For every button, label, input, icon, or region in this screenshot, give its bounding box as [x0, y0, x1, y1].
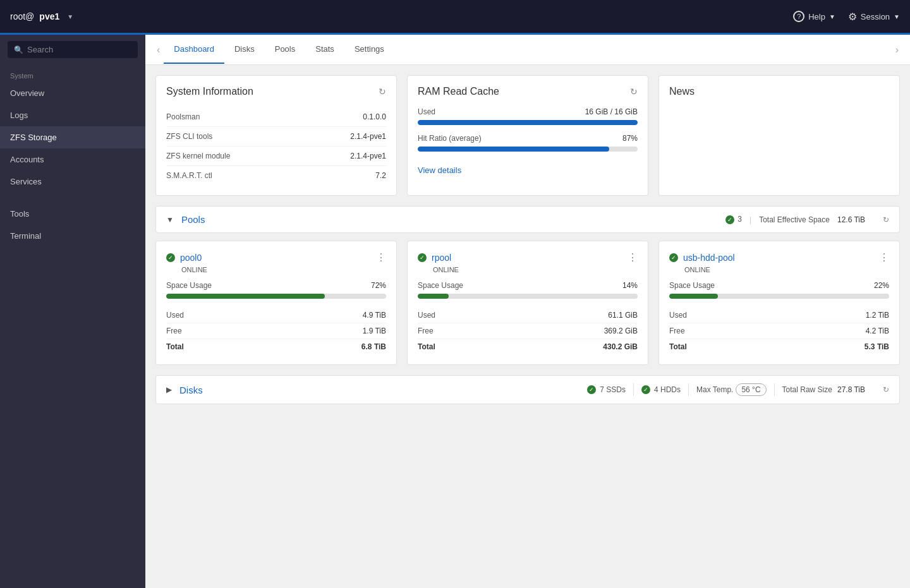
- pool0-stats: Used 4.9 TiB Free 1.9 TiB Total 6.8 TiB: [166, 308, 386, 354]
- rpool-total-row: Total 430.2 GiB: [418, 339, 638, 354]
- info-row-zfs-kernel: ZFS kernel module 2.1.4-pve1: [166, 147, 386, 166]
- tab-stats[interactable]: Stats: [305, 35, 344, 64]
- disks-divider3: [774, 383, 775, 396]
- search-icon: 🔍: [14, 45, 23, 54]
- pools-divider: |: [749, 215, 751, 224]
- help-icon: ?: [793, 11, 804, 22]
- system-info-refresh-icon[interactable]: ↻: [379, 87, 386, 97]
- sidebar-item-zfs-storage[interactable]: ZFS Storage: [0, 126, 145, 148]
- tab-pools[interactable]: Pools: [265, 35, 306, 64]
- search-container: 🔍: [0, 35, 145, 64]
- info-row-zfs-cli: ZFS CLI tools 2.1.4-pve1: [166, 127, 386, 147]
- rpool-stats: Used 61.1 GiB Free 369.2 GiB Total 430.2…: [418, 308, 638, 354]
- system-info-card: System Information ↻ Poolsman 0.1.0.0 ZF…: [155, 75, 397, 196]
- help-dropdown-icon: ▼: [829, 13, 835, 20]
- disks-meta: ✓ 7 SSDs ✓ 4 HDDs Max Temp. 56 °C: [587, 383, 889, 396]
- pool0-header: ✓ pool0 ⋮: [166, 251, 386, 263]
- ram-hit-ratio-progress-bar: [418, 147, 638, 152]
- sidebar-item-tools[interactable]: Tools: [0, 203, 145, 225]
- help-label: Help: [808, 12, 825, 21]
- pool0-name[interactable]: pool0: [180, 253, 376, 263]
- rpool-menu-icon[interactable]: ⋮: [628, 251, 638, 263]
- sidebar-item-logs[interactable]: Logs: [0, 104, 145, 126]
- usb-hdd-usage-row: Space Usage 22%: [669, 281, 889, 290]
- tab-disks[interactable]: Disks: [224, 35, 265, 64]
- session-button[interactable]: ⚙ Session ▼: [848, 11, 900, 23]
- cards-row: System Information ↻ Poolsman 0.1.0.0 ZF…: [155, 75, 900, 196]
- pool0-menu-icon[interactable]: ⋮: [376, 251, 386, 263]
- pools-grid: ✓ pool0 ⋮ ONLINE Space Usage 72% Use: [155, 241, 900, 365]
- sidebar-item-label: ZFS Storage: [10, 133, 57, 142]
- disks-total-raw: Total Raw Size 27.8 TiB: [782, 385, 865, 394]
- news-card: News: [658, 75, 900, 196]
- rpool-free-row: Free 369.2 GiB: [418, 323, 638, 339]
- pools-section-header: ▼ Pools ✓ 3 | Total Effective Space 12.6…: [155, 206, 900, 233]
- hdds-check-icon: ✓: [641, 385, 650, 394]
- disks-section-header: ▶ Disks ✓ 7 SSDs ✓ 4 HDDs Max Temp.: [155, 375, 900, 404]
- sidebar-item-services[interactable]: Services: [0, 171, 145, 193]
- ram-hit-ratio-row: Hit Ratio (average) 87%: [418, 134, 638, 143]
- pool0-usage-row: Space Usage 72%: [166, 281, 386, 290]
- system-info-table: Poolsman 0.1.0.0 ZFS CLI tools 2.1.4-pve…: [166, 107, 386, 185]
- sidebar-item-overview[interactable]: Overview: [0, 82, 145, 104]
- pools-total-value: 12.6 TiB: [837, 215, 865, 224]
- pools-check-icon: ✓: [725, 215, 734, 224]
- rpool-name[interactable]: rpool: [432, 253, 628, 263]
- pools-count: ✓ 3: [725, 215, 742, 224]
- disks-collapse-icon[interactable]: ▶: [166, 385, 172, 394]
- usb-hdd-progress-bar: [669, 294, 889, 299]
- disks-divider1: [633, 383, 634, 396]
- usb-hdd-free-row: Free 4.2 TiB: [669, 323, 889, 339]
- pool-card-pool0: ✓ pool0 ⋮ ONLINE Space Usage 72% Use: [155, 241, 397, 365]
- ram-cache-card: RAM Read Cache ↻ Used 16 GiB / 16 GiB Hi…: [407, 75, 648, 196]
- usb-hdd-menu-icon[interactable]: ⋮: [879, 251, 889, 263]
- tab-prev-button[interactable]: ‹: [153, 44, 164, 56]
- tabs-bar: ‹ Dashboard Disks Pools Stats Settings ›: [145, 35, 910, 65]
- view-details-link[interactable]: View details: [418, 165, 461, 175]
- temp-badge: 56 °C: [736, 383, 766, 396]
- usb-hdd-header: ✓ usb-hdd-pool ⋮: [669, 251, 889, 263]
- rpool-status: ONLINE: [433, 266, 638, 273]
- news-title: News: [669, 86, 889, 97]
- pool0-free-row: Free 1.9 TiB: [166, 323, 386, 339]
- rpool-header: ✓ rpool ⋮: [418, 251, 638, 263]
- ram-hit-ratio-progress-fill: [418, 147, 609, 152]
- usb-hdd-status: ONLINE: [684, 266, 889, 273]
- pools-collapse-icon[interactable]: ▼: [166, 215, 174, 224]
- disks-ssds: ✓ 7 SSDs: [587, 385, 626, 394]
- rpool-progress-bar: [418, 294, 638, 299]
- info-row-smart: S.M.A.R.T. ctl 7.2: [166, 166, 386, 185]
- pool-card-rpool: ✓ rpool ⋮ ONLINE Space Usage 14% Use: [407, 241, 648, 365]
- topbar-dropdown-arrow[interactable]: ▼: [67, 13, 73, 20]
- disks-refresh-icon[interactable]: ↻: [883, 385, 889, 394]
- content-area: ‹ Dashboard Disks Pools Stats Settings ›…: [145, 35, 910, 588]
- tab-next-button[interactable]: ›: [892, 44, 902, 56]
- dashboard-content: System Information ↻ Poolsman 0.1.0.0 ZF…: [145, 65, 910, 414]
- pool-card-usb-hdd-pool: ✓ usb-hdd-pool ⋮ ONLINE Space Usage 22%: [658, 241, 900, 365]
- disks-divider2: [688, 383, 689, 396]
- search-input[interactable]: [27, 45, 131, 54]
- usb-hdd-name[interactable]: usb-hdd-pool: [683, 253, 879, 263]
- pool0-status: ONLINE: [181, 266, 386, 273]
- ram-cache-refresh-icon[interactable]: ↻: [630, 87, 638, 97]
- help-button[interactable]: ? Help ▼: [793, 11, 835, 22]
- sidebar-item-label: Accounts: [10, 155, 44, 164]
- pools-refresh-icon[interactable]: ↻: [883, 215, 889, 224]
- usb-hdd-used-row: Used 1.2 TiB: [669, 308, 889, 323]
- pool0-progress-fill: [166, 294, 325, 299]
- tab-settings[interactable]: Settings: [344, 35, 394, 64]
- ram-used-progress-fill: [418, 120, 638, 125]
- disks-section-title: Disks: [179, 385, 203, 395]
- tab-dashboard[interactable]: Dashboard: [164, 35, 224, 64]
- hostname-label: pve1: [39, 11, 59, 21]
- sidebar-item-terminal[interactable]: Terminal: [0, 225, 145, 247]
- sidebar: 🔍 System Overview Logs ZFS Storage Accou…: [0, 35, 145, 588]
- pools-section-meta: ✓ 3 | Total Effective Space 12.6 TiB ↻: [725, 215, 889, 224]
- rpool-used-row: Used 61.1 GiB: [418, 308, 638, 323]
- sidebar-item-label: Terminal: [10, 231, 41, 241]
- pool0-used-row: Used 4.9 TiB: [166, 308, 386, 323]
- sidebar-item-accounts[interactable]: Accounts: [0, 148, 145, 171]
- sidebar-item-label: Logs: [10, 111, 28, 120]
- session-dropdown-icon: ▼: [894, 13, 900, 20]
- topbar-user: root@pve1 ▼: [10, 11, 73, 21]
